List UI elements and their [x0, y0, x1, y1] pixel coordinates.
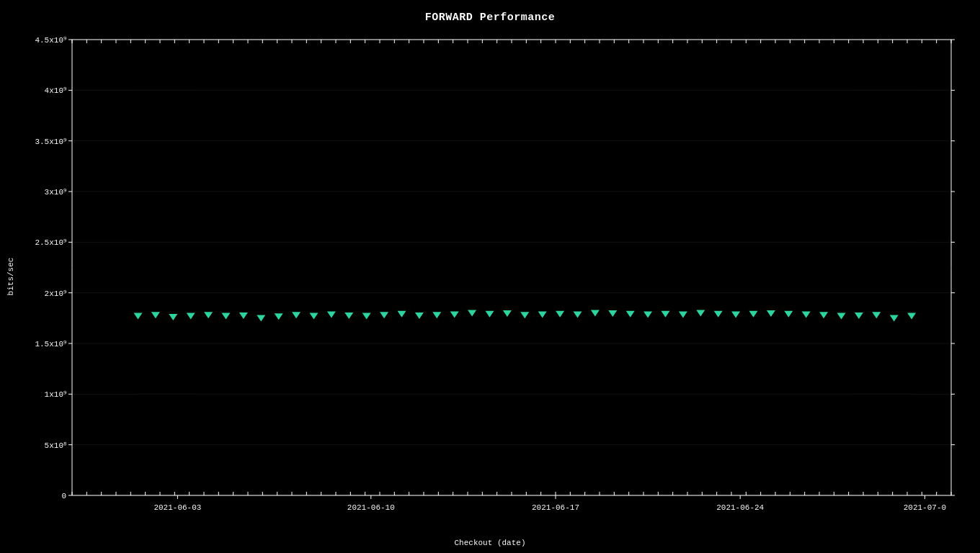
chart-title: FORWARD Performance [0, 12, 980, 24]
chart-container: FORWARD Performance Checkout (date) [0, 0, 980, 553]
x-axis-label: Checkout (date) [0, 539, 980, 547]
chart-canvas [0, 0, 980, 553]
